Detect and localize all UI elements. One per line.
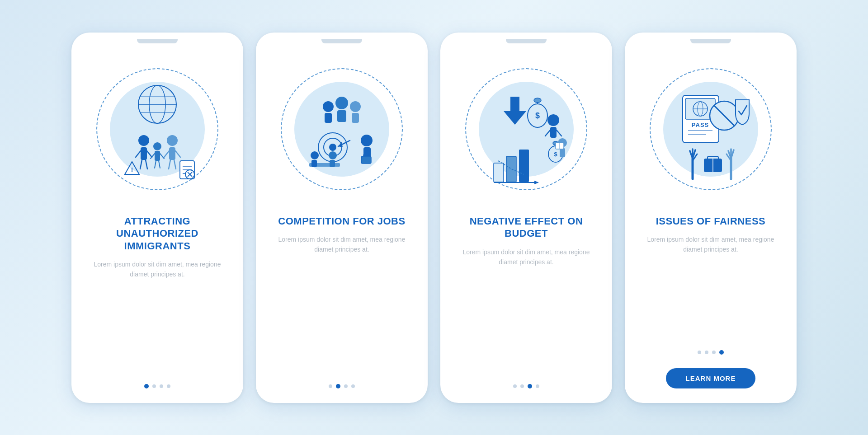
svg-point-17 xyxy=(167,135,178,146)
dot-inactive xyxy=(520,384,524,388)
learn-more-button[interactable]: LEARN MORE xyxy=(666,368,756,388)
dot-active xyxy=(719,350,724,355)
svg-marker-54 xyxy=(504,97,526,125)
card-competition-jobs: COMPETITION FOR JOBS Lorem ipsum dolor s… xyxy=(256,33,428,403)
dot-inactive xyxy=(344,384,348,388)
illustration-area-3: $ $ xyxy=(440,43,612,215)
svg-line-15 xyxy=(155,161,156,168)
svg-point-63 xyxy=(547,114,559,126)
phone-notch xyxy=(690,39,731,43)
svg-line-8 xyxy=(147,151,152,157)
illustration-area-4: PASS xyxy=(625,43,797,215)
svg-line-65 xyxy=(545,130,550,136)
svg-text:PASS: PASS xyxy=(692,122,709,128)
svg-line-22 xyxy=(174,160,176,169)
illustration-area-1: ! xyxy=(71,43,243,215)
svg-line-7 xyxy=(136,151,141,157)
svg-text:$: $ xyxy=(535,111,540,120)
card-title-4: ISSUES OF FAIRNESS xyxy=(642,215,779,228)
svg-point-58 xyxy=(534,98,541,103)
svg-rect-45 xyxy=(361,156,371,164)
svg-line-21 xyxy=(169,160,170,169)
svg-line-19 xyxy=(164,151,169,157)
svg-rect-64 xyxy=(550,127,557,138)
card-body-1: Lorem ipsum dolor sit dim amet, mea regi… xyxy=(71,259,243,280)
svg-rect-18 xyxy=(169,147,175,160)
svg-point-5 xyxy=(138,135,149,146)
dot-inactive xyxy=(351,384,355,388)
dot-inactive xyxy=(160,384,163,388)
dot-active xyxy=(144,384,149,388)
card-body-3: Lorem ipsum dolor sit dim amet, mea regi… xyxy=(440,247,612,267)
dot-inactive xyxy=(167,384,170,388)
svg-rect-12 xyxy=(155,151,160,161)
illustration-svg-4: PASS xyxy=(652,70,769,188)
phone-notch xyxy=(506,39,547,43)
illustration-svg-3: $ $ xyxy=(467,70,585,188)
svg-rect-53 xyxy=(330,160,335,167)
svg-rect-35 xyxy=(325,113,332,123)
illustration-svg-2 xyxy=(283,70,401,188)
svg-line-9 xyxy=(140,160,142,169)
svg-point-34 xyxy=(350,101,361,112)
svg-rect-6 xyxy=(141,147,147,160)
svg-line-10 xyxy=(146,160,147,169)
dots-4 xyxy=(698,350,724,355)
cards-container: ! ATTRACTING UNAUTHORIZED IMMIGRANTS Lor… xyxy=(53,14,815,421)
svg-line-20 xyxy=(175,151,180,157)
svg-line-16 xyxy=(159,161,160,168)
card-attracting-immigrants: ! ATTRACTING UNAUTHORIZED IMMIGRANTS Lor… xyxy=(71,33,243,403)
svg-rect-36 xyxy=(337,110,346,122)
dot-inactive xyxy=(329,384,332,388)
svg-line-66 xyxy=(557,130,561,136)
card-title-3: NEGATIVE EFFECT ON BUDGET xyxy=(440,215,612,240)
dot-inactive xyxy=(513,384,517,388)
svg-rect-71 xyxy=(494,163,504,182)
dot-inactive xyxy=(712,351,716,354)
card-body-4: Lorem ipsum dolor sit dim amet, mea regi… xyxy=(625,234,797,255)
svg-rect-37 xyxy=(352,113,359,123)
illustration-svg-1: ! xyxy=(99,70,216,188)
dots-1 xyxy=(144,384,170,388)
card-title-2: COMPETITION FOR JOBS xyxy=(264,215,419,228)
dot-active xyxy=(336,384,340,388)
dot-inactive xyxy=(698,351,701,354)
svg-text:!: ! xyxy=(131,166,133,173)
svg-point-50 xyxy=(311,151,319,159)
svg-point-40 xyxy=(329,144,336,151)
dot-inactive xyxy=(536,384,539,388)
svg-line-14 xyxy=(160,154,164,159)
card-issues-fairness: PASS xyxy=(625,33,797,403)
dot-active xyxy=(528,384,532,388)
illustration-area-2 xyxy=(256,43,428,215)
svg-point-11 xyxy=(153,142,161,150)
svg-point-32 xyxy=(323,101,334,112)
dots-3 xyxy=(513,384,539,388)
dot-inactive xyxy=(705,351,708,354)
dots-2 xyxy=(329,384,355,388)
svg-marker-75 xyxy=(534,181,539,184)
svg-rect-72 xyxy=(506,156,516,182)
phone-notch xyxy=(321,39,362,43)
card-title-1: ATTRACTING UNAUTHORIZED IMMIGRANTS xyxy=(71,215,243,253)
dot-inactive xyxy=(152,384,156,388)
svg-rect-73 xyxy=(519,150,529,182)
phone-notch xyxy=(137,39,178,43)
card-negative-budget: $ $ xyxy=(440,33,612,403)
svg-rect-51 xyxy=(311,160,317,167)
card-body-2: Lorem ipsum dolor sit dim amet, mea regi… xyxy=(256,234,428,255)
svg-rect-68 xyxy=(560,148,565,157)
svg-point-52 xyxy=(329,151,337,159)
svg-point-43 xyxy=(361,135,373,146)
svg-text:$: $ xyxy=(554,151,557,158)
svg-point-33 xyxy=(335,97,348,109)
